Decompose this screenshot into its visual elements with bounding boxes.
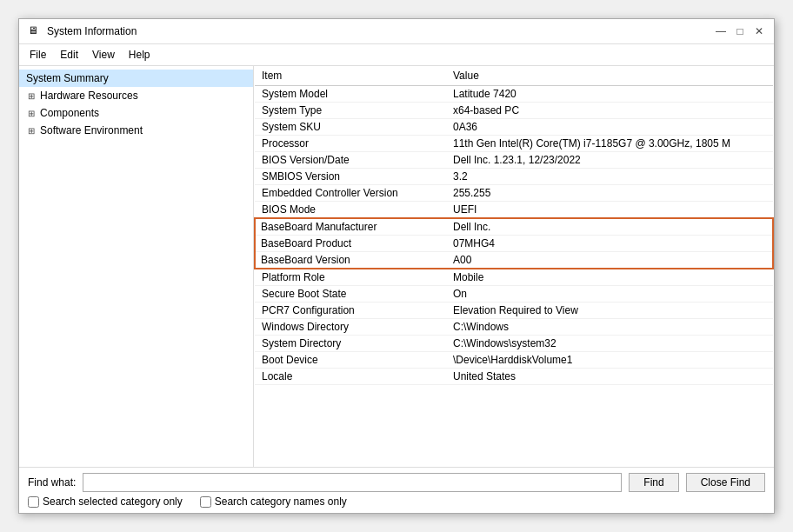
- system-information-window: 🖥 System Information — □ ✕ FileEditViewH…: [18, 18, 775, 514]
- checkbox-row: Search selected category only Search cat…: [28, 495, 765, 508]
- search-names-label: Search category names only: [215, 495, 347, 508]
- cell-item: BaseBoard Version: [255, 252, 446, 269]
- table-row[interactable]: Processor11th Gen Intel(R) Core(TM) i7-1…: [255, 136, 773, 152]
- cell-value: A00: [446, 252, 773, 269]
- cell-value: United States: [446, 369, 773, 385]
- cell-value: C:\Windows\system32: [446, 336, 773, 352]
- menu-item-view[interactable]: View: [85, 46, 122, 63]
- find-button[interactable]: Find: [629, 473, 678, 492]
- table-row[interactable]: Boot Device\Device\HarddiskVolume1: [255, 352, 773, 369]
- cell-item: Secure Boot State: [255, 286, 446, 303]
- sidebar-item-software-environment[interactable]: ⊞ Software Environment: [19, 122, 253, 139]
- table-row[interactable]: Windows DirectoryC:\Windows: [255, 319, 773, 336]
- close-button[interactable]: ✕: [753, 25, 765, 37]
- column-value: Value: [446, 66, 773, 86]
- table-row[interactable]: LocaleUnited States: [255, 369, 773, 385]
- expand-icon: ⊞: [26, 109, 37, 118]
- cell-value: Mobile: [446, 269, 773, 286]
- cell-item: Processor: [255, 136, 446, 152]
- cell-value: Dell Inc. 1.23.1, 12/23/2022: [446, 152, 773, 169]
- sidebar-item-components[interactable]: ⊞ Components: [19, 104, 253, 122]
- maximize-button[interactable]: □: [734, 25, 746, 37]
- cell-value: 3.2: [446, 169, 773, 185]
- cell-value: 255.255: [446, 185, 773, 202]
- info-table: Item Value System ModelLatitude 7420Syst…: [254, 66, 774, 385]
- cell-value: 07MHG4: [446, 236, 773, 252]
- cell-item: BIOS Mode: [255, 202, 446, 219]
- sidebar-item-system-summary[interactable]: System Summary: [19, 70, 253, 87]
- cell-value: On: [446, 286, 773, 303]
- cell-item: PCR7 Configuration: [255, 303, 446, 319]
- cell-value: x64-based PC: [446, 103, 773, 119]
- search-selected-label: Search selected category only: [43, 495, 183, 508]
- minimize-button[interactable]: —: [715, 25, 727, 37]
- sidebar-label: Software Environment: [40, 124, 143, 136]
- cell-value: Latitude 7420: [446, 86, 773, 103]
- title-bar: 🖥 System Information — □ ✕: [19, 19, 774, 44]
- title-buttons: — □ ✕: [715, 25, 765, 37]
- cell-item: Boot Device: [255, 352, 446, 369]
- content-area: Item Value System ModelLatitude 7420Syst…: [254, 66, 774, 467]
- find-label: Find what:: [28, 476, 76, 489]
- main-content: System Summary ⊞ Hardware Resources ⊞ Co…: [19, 66, 774, 467]
- cell-item: System Directory: [255, 336, 446, 352]
- sidebar-label: Hardware Resources: [40, 90, 138, 102]
- close-find-button[interactable]: Close Find: [686, 473, 765, 492]
- table-row[interactable]: Embedded Controller Version255.255: [255, 185, 773, 202]
- cell-item: Platform Role: [255, 269, 446, 286]
- sidebar-item-hardware-resources[interactable]: ⊞ Hardware Resources: [19, 87, 253, 104]
- table-row[interactable]: BaseBoard Product07MHG4: [255, 236, 773, 252]
- table-row[interactable]: System DirectoryC:\Windows\system32: [255, 336, 773, 352]
- table-row[interactable]: Secure Boot StateOn: [255, 286, 773, 303]
- find-input[interactable]: [83, 473, 622, 492]
- title-bar-left: 🖥 System Information: [28, 24, 137, 38]
- sidebar-label: Components: [40, 107, 99, 119]
- cell-value: 0A36: [446, 119, 773, 136]
- column-item: Item: [255, 66, 446, 86]
- find-bar: Find what: Find Close Find Search select…: [19, 467, 774, 513]
- search-selected-checkbox[interactable]: [28, 496, 39, 508]
- table-container[interactable]: Item Value System ModelLatitude 7420Syst…: [254, 66, 774, 467]
- cell-item: System SKU: [255, 119, 446, 136]
- table-row[interactable]: SMBIOS Version3.2: [255, 169, 773, 185]
- cell-item: SMBIOS Version: [255, 169, 446, 185]
- cell-item: BaseBoard Product: [255, 236, 446, 252]
- cell-value: Elevation Required to View: [446, 303, 773, 319]
- table-row[interactable]: System ModelLatitude 7420: [255, 86, 773, 103]
- cell-item: System Type: [255, 103, 446, 119]
- find-row: Find what: Find Close Find: [28, 473, 765, 492]
- table-row[interactable]: Platform RoleMobile: [255, 269, 773, 286]
- cell-value: Dell Inc.: [446, 218, 773, 236]
- menu-item-help[interactable]: Help: [122, 46, 157, 63]
- search-selected-category-check[interactable]: Search selected category only: [28, 495, 183, 508]
- expand-icon: ⊞: [26, 91, 37, 101]
- search-category-names-check[interactable]: Search category names only: [200, 495, 347, 508]
- sidebar-label: System Summary: [26, 72, 109, 84]
- cell-item: Embedded Controller Version: [255, 185, 446, 202]
- menu-item-edit[interactable]: Edit: [53, 46, 85, 63]
- table-row[interactable]: PCR7 ConfigurationElevation Required to …: [255, 303, 773, 319]
- table-row[interactable]: System SKU0A36: [255, 119, 773, 136]
- cell-value: UEFI: [446, 202, 773, 219]
- cell-value: \Device\HarddiskVolume1: [446, 352, 773, 369]
- window-title: System Information: [47, 25, 137, 37]
- expand-icon: ⊞: [26, 126, 37, 136]
- menu-item-file[interactable]: File: [23, 46, 53, 63]
- cell-item: System Model: [255, 86, 446, 103]
- cell-item: Windows Directory: [255, 319, 446, 336]
- table-row[interactable]: BaseBoard VersionA00: [255, 252, 773, 269]
- table-row[interactable]: BIOS ModeUEFI: [255, 202, 773, 219]
- table-row[interactable]: BaseBoard ManufacturerDell Inc.: [255, 218, 773, 236]
- menu-bar: FileEditViewHelp: [19, 44, 774, 66]
- cell-item: Locale: [255, 369, 446, 385]
- window-icon: 🖥: [28, 24, 42, 38]
- table-row[interactable]: BIOS Version/DateDell Inc. 1.23.1, 12/23…: [255, 152, 773, 169]
- cell-value: 11th Gen Intel(R) Core(TM) i7-1185G7 @ 3…: [446, 136, 773, 152]
- cell-item: BaseBoard Manufacturer: [255, 218, 446, 236]
- sidebar: System Summary ⊞ Hardware Resources ⊞ Co…: [19, 66, 254, 467]
- search-names-checkbox[interactable]: [200, 496, 211, 508]
- cell-item: BIOS Version/Date: [255, 152, 446, 169]
- table-row[interactable]: System Typex64-based PC: [255, 103, 773, 119]
- cell-value: C:\Windows: [446, 319, 773, 336]
